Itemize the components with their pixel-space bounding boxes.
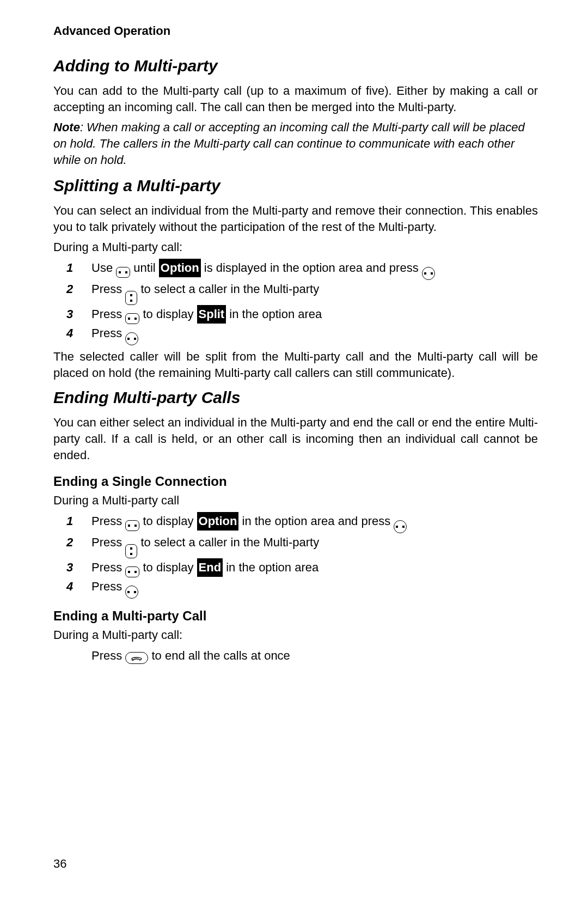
nav-left-right-key-icon [125, 566, 139, 577]
text: to display [139, 307, 197, 321]
heading-ending-single: Ending a Single Connection [53, 474, 538, 489]
heading-adding: Adding to Multi-party [53, 57, 538, 75]
end-label: End [197, 558, 223, 577]
end-call-key-icon [125, 652, 148, 664]
lead-in: During a Multi-party call [53, 492, 538, 509]
note-label: Note [53, 120, 80, 134]
split-label: Split [197, 305, 226, 324]
text: Press [91, 307, 125, 321]
page-number: 36 [53, 857, 66, 871]
step: 2 Press to select a caller in the Multi-… [53, 533, 538, 558]
lead-in: During a Multi-party call: [53, 627, 538, 643]
step: Press to end all the calls at once [53, 647, 538, 665]
step: 4 Press [53, 324, 538, 345]
text: in the option area [226, 307, 322, 321]
step-number: 4 [66, 324, 73, 343]
text: Use [91, 261, 116, 275]
text: Press [91, 649, 125, 662]
step: 3 Press to display End in the option are… [53, 558, 538, 577]
option-label: Option [197, 512, 239, 531]
para: The selected caller will be split from t… [53, 349, 538, 382]
running-header: Advanced Operation [53, 24, 538, 38]
text: Press [91, 560, 125, 574]
note-text: : When making a call or accepting an inc… [53, 120, 525, 167]
text: is displayed in the option area and pres… [201, 261, 422, 275]
text: until [130, 261, 159, 275]
text: Press [91, 326, 125, 340]
nav-up-down-key-icon [125, 544, 137, 558]
text: to display [139, 514, 197, 528]
step-number: 1 [66, 512, 73, 531]
para: You can either select an individual in t… [53, 415, 538, 464]
nav-left-right-key-icon [125, 520, 139, 531]
text: Press [91, 535, 125, 549]
step-number: 3 [66, 558, 73, 577]
text: in the option area [223, 560, 318, 574]
steps-list: 1 Use until Option is displayed in the o… [53, 259, 538, 345]
text: Press [91, 282, 125, 296]
option-label: Option [159, 259, 201, 277]
select-key-icon [394, 520, 407, 533]
svg-point-0 [132, 660, 133, 661]
step-number: 2 [66, 280, 73, 298]
step: 1 Use until Option is displayed in the o… [53, 259, 538, 280]
text: to display [139, 560, 197, 574]
step-number: 2 [66, 533, 73, 552]
text: Press [91, 514, 125, 528]
text: to select a caller in the Multi-party [137, 535, 319, 549]
note: Note: When making a call or accepting an… [53, 119, 538, 169]
steps-list: 1 Press to display Option in the option … [53, 512, 538, 599]
select-key-icon [422, 267, 435, 280]
nav-left-right-key-icon [116, 267, 130, 278]
text: in the option area and press [238, 514, 394, 528]
para: You can add to the Multi-party call (up … [53, 83, 538, 116]
step-number: 4 [66, 577, 73, 596]
manual-page: Advanced Operation Adding to Multi-party… [0, 0, 588, 908]
step: 2 Press to select a caller in the Multi-… [53, 280, 538, 305]
step-number: 1 [66, 259, 73, 277]
lead-in: During a Multi-party call: [53, 239, 538, 255]
text: to select a caller in the Multi-party [137, 282, 319, 296]
nav-up-down-key-icon [125, 291, 137, 305]
text: Press [91, 580, 125, 593]
heading-splitting: Splitting a Multi-party [53, 176, 538, 195]
text: to end all the calls at once [148, 649, 290, 662]
heading-ending: Ending Multi-party Calls [53, 388, 538, 407]
step: 3 Press to display Split in the option a… [53, 305, 538, 324]
nav-left-right-key-icon [125, 313, 139, 324]
step: 1 Press to display Option in the option … [53, 512, 538, 533]
select-key-icon [125, 586, 138, 599]
para: You can select an individual from the Mu… [53, 203, 538, 236]
step-number: 3 [66, 305, 73, 324]
select-key-icon [125, 332, 138, 345]
heading-ending-multi: Ending a Multi-party Call [53, 608, 538, 624]
step: 4 Press [53, 577, 538, 599]
